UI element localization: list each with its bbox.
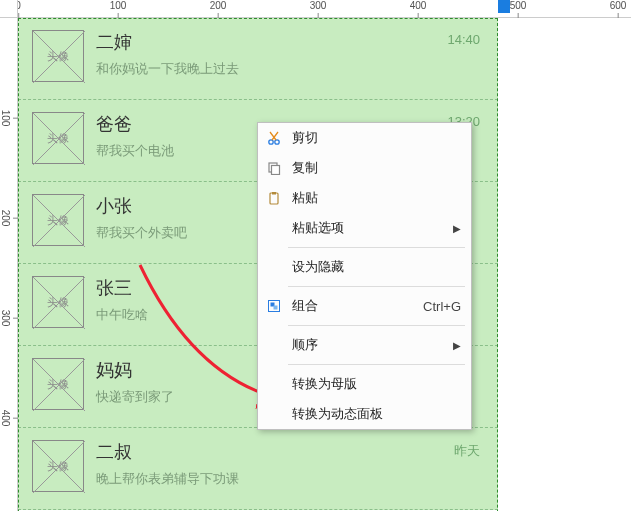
ruler-tick: 200 <box>0 210 11 227</box>
menu-set-hidden[interactable]: 设为隐藏 <box>258 252 471 282</box>
chevron-right-icon: ▶ <box>453 340 461 351</box>
svg-rect-22 <box>274 306 278 310</box>
ruler-tick: 100 <box>0 110 11 127</box>
ruler-vertical: 100 200 300 400 <box>0 18 18 511</box>
chat-time: 昨天 <box>454 442 480 460</box>
menu-shortcut: Ctrl+G <box>423 299 461 314</box>
ruler-tick: 500 <box>510 0 527 11</box>
menu-paste-options[interactable]: 粘贴选项 ▶ <box>258 213 471 243</box>
menu-separator <box>288 364 465 365</box>
ruler-tick: 300 <box>310 0 327 11</box>
ruler-tick: 600 <box>610 0 627 11</box>
svg-point-13 <box>275 140 279 144</box>
menu-cut[interactable]: 剪切 <box>258 123 471 153</box>
avatar-placeholder[interactable]: 头像 <box>32 358 84 410</box>
menu-label: 组合 <box>292 297 318 315</box>
chat-name: 二婶 <box>96 30 484 54</box>
menu-label: 设为隐藏 <box>292 258 344 276</box>
selection-marker[interactable] <box>498 0 510 13</box>
avatar-placeholder[interactable]: 头像 <box>32 112 84 164</box>
ruler-tick: 100 <box>110 0 127 11</box>
menu-order[interactable]: 顺序 ▶ <box>258 330 471 360</box>
menu-label: 转换为母版 <box>292 375 357 393</box>
menu-label: 转换为动态面板 <box>292 405 383 423</box>
chat-message: 和你妈说一下我晚上过去 <box>96 60 484 78</box>
menu-convert-dynamic-panel[interactable]: 转换为动态面板 <box>258 399 471 429</box>
svg-rect-18 <box>270 193 278 204</box>
ruler-tick: 400 <box>0 410 11 427</box>
chat-time: 14:40 <box>447 32 480 47</box>
paste-icon <box>266 190 282 206</box>
avatar-placeholder[interactable]: 头像 <box>32 30 84 82</box>
menu-convert-master[interactable]: 转换为母版 <box>258 369 471 399</box>
group-icon <box>266 298 282 314</box>
menu-separator <box>288 247 465 248</box>
menu-separator <box>288 325 465 326</box>
chat-name: 二叔 <box>96 440 484 464</box>
menu-label: 复制 <box>292 159 318 177</box>
menu-separator <box>288 286 465 287</box>
svg-rect-17 <box>272 166 280 175</box>
avatar-placeholder[interactable]: 头像 <box>32 276 84 328</box>
menu-copy[interactable]: 复制 <box>258 153 471 183</box>
chat-item[interactable]: 头像 二婶 和你妈说一下我晚上过去 14:40 <box>18 18 498 100</box>
chat-message: 晚上帮你表弟辅导下功课 <box>96 470 484 488</box>
ruler-horizontal: 0 100 200 300 400 500 600 <box>18 0 631 18</box>
ruler-tick: 300 <box>0 310 11 327</box>
chat-item[interactable]: 头像 二叔 晚上帮你表弟辅导下功课 昨天 <box>18 428 498 510</box>
menu-label: 粘贴选项 <box>292 219 344 237</box>
ruler-tick: 200 <box>210 0 227 11</box>
avatar-placeholder[interactable]: 头像 <box>32 194 84 246</box>
menu-label: 粘贴 <box>292 189 318 207</box>
ruler-tick: 400 <box>410 0 427 11</box>
svg-point-12 <box>269 140 273 144</box>
context-menu: 剪切 复制 粘贴 粘贴选项 ▶ 设为隐藏 组合 Ctrl+G 顺序 ▶ 转换为母… <box>257 122 472 430</box>
copy-icon <box>266 160 282 176</box>
avatar-placeholder[interactable]: 头像 <box>32 440 84 492</box>
menu-label: 顺序 <box>292 336 318 354</box>
menu-group[interactable]: 组合 Ctrl+G <box>258 291 471 321</box>
menu-label: 剪切 <box>292 129 318 147</box>
menu-paste[interactable]: 粘贴 <box>258 183 471 213</box>
cut-icon <box>266 130 282 146</box>
chevron-right-icon: ▶ <box>453 223 461 234</box>
svg-rect-19 <box>272 192 276 195</box>
ruler-corner <box>0 0 18 18</box>
